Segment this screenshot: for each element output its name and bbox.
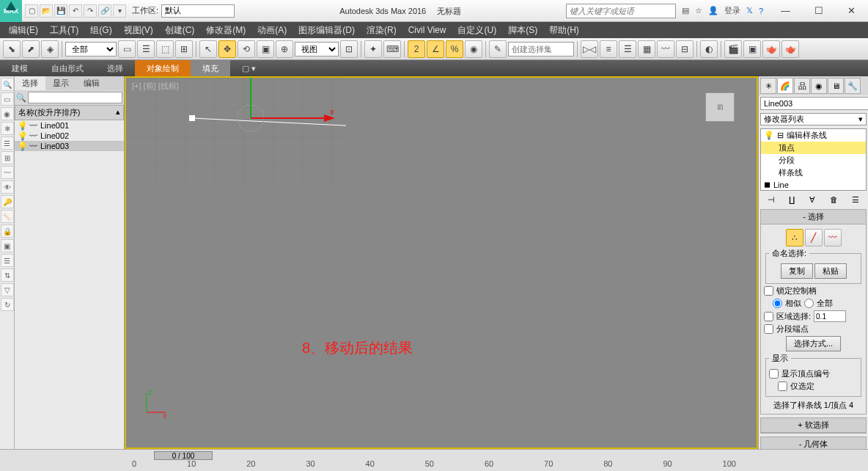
scene-search-input[interactable] bbox=[28, 92, 122, 103]
motion-tab-icon[interactable]: ◉ bbox=[811, 78, 827, 94]
ribbon-tab-modeling[interactable]: 建模 bbox=[0, 60, 40, 76]
lstrip-hide-icon[interactable]: 👁 bbox=[1, 180, 14, 194]
configure-icon[interactable]: ☰ bbox=[852, 195, 859, 205]
viewport-front[interactable]: x [+] [前] [线框] 8、移动后的结果 前 z x bbox=[125, 76, 758, 449]
modifier-list-combo[interactable]: 修改器列表▾ bbox=[760, 113, 867, 125]
scene-tab-edit[interactable]: 编辑 bbox=[76, 76, 107, 90]
minus-icon[interactable]: ⊟ bbox=[777, 131, 784, 140]
minimize-button[interactable]: — bbox=[769, 1, 802, 21]
lstrip-filter-icon[interactable]: ▽ bbox=[1, 283, 14, 296]
link-icon[interactable]: 🔗 bbox=[98, 4, 111, 18]
spline-level-icon[interactable]: 〰 bbox=[824, 229, 842, 247]
ribbon-tab-objpaint[interactable]: 对象绘制 bbox=[135, 60, 191, 76]
soft-sel-header[interactable]: + 软选择 bbox=[761, 418, 866, 433]
placement-tool-icon[interactable]: ⊕ bbox=[276, 40, 293, 58]
remove-mod-icon[interactable]: 🗑 bbox=[830, 195, 838, 205]
stack-vertex[interactable]: 顶点 bbox=[761, 142, 866, 154]
object-name-input[interactable] bbox=[760, 97, 868, 110]
menu-script[interactable]: 脚本(S) bbox=[502, 24, 543, 37]
select-region-icon[interactable]: ⬚ bbox=[156, 40, 174, 58]
menu-edit[interactable]: 编辑(E) bbox=[3, 24, 44, 37]
lstrip-bone-icon[interactable]: 🦴 bbox=[1, 210, 14, 223]
scene-item-line002[interactable]: 💡〰Line002 bbox=[15, 131, 124, 141]
lstrip-layer-icon[interactable]: ☰ bbox=[1, 136, 14, 150]
window-crossing-icon[interactable]: ⊞ bbox=[175, 40, 193, 58]
login-link[interactable]: 登录 bbox=[724, 5, 740, 16]
move-tool-icon[interactable]: ✥ bbox=[218, 40, 236, 58]
lstrip-freeze-icon[interactable]: ❄ bbox=[1, 122, 14, 135]
maximize-button[interactable]: ☐ bbox=[802, 1, 835, 21]
render-icon[interactable]: 🫖 bbox=[762, 40, 780, 58]
lstrip-lock-icon[interactable]: 🔒 bbox=[1, 224, 14, 238]
visibility-icon[interactable]: 💡 bbox=[18, 121, 26, 130]
open-icon[interactable]: 📂 bbox=[40, 4, 53, 18]
curve-editor-icon[interactable]: 〰 bbox=[657, 40, 674, 58]
snap-percent-icon[interactable]: % bbox=[446, 40, 463, 58]
unlink-tool-icon[interactable]: ⬈ bbox=[22, 40, 40, 58]
align-icon[interactable]: ≡ bbox=[600, 40, 617, 58]
copy-button[interactable]: 复制 bbox=[781, 263, 813, 279]
edit-selset-icon[interactable]: ✎ bbox=[489, 40, 507, 58]
time-slider[interactable]: 0 / 100 0 10 20 30 40 50 60 70 80 90 100 bbox=[0, 449, 868, 471]
select-object-icon[interactable]: ▭ bbox=[118, 40, 136, 58]
manipulate-icon[interactable]: ✦ bbox=[364, 40, 382, 58]
make-unique-icon[interactable]: ∀ bbox=[809, 195, 815, 205]
viewport-label[interactable]: [+] [前] [线框] bbox=[132, 81, 179, 92]
user-icon[interactable]: 👤 bbox=[708, 6, 718, 15]
select-by-button[interactable]: 选择方式... bbox=[786, 336, 841, 351]
area-value-spinner[interactable] bbox=[814, 310, 846, 322]
menu-group[interactable]: 组(G) bbox=[84, 24, 117, 37]
mirror-icon[interactable]: ▷◁ bbox=[581, 40, 598, 58]
similar-radio[interactable] bbox=[773, 299, 782, 308]
snap-2d-icon[interactable]: 2 bbox=[408, 40, 425, 58]
render-prod-icon[interactable]: 🫖 bbox=[781, 40, 799, 58]
scale-tool-icon[interactable]: ▣ bbox=[257, 40, 274, 58]
hierarchy-tab-icon[interactable]: 品 bbox=[794, 78, 810, 94]
lstrip-display-icon[interactable]: ◉ bbox=[1, 107, 14, 120]
star-icon[interactable]: ☆ bbox=[695, 6, 702, 15]
lstrip-key-icon[interactable]: 🔑 bbox=[1, 195, 14, 208]
viewcube[interactable]: 前 bbox=[705, 92, 735, 122]
select-name-icon[interactable]: ☰ bbox=[137, 40, 155, 58]
menu-modifiers[interactable]: 修改器(M) bbox=[200, 24, 251, 37]
redo-icon[interactable]: ↷ bbox=[84, 4, 97, 18]
ribbon-tab-select[interactable]: 选择 bbox=[95, 60, 135, 76]
snap-angle-icon[interactable]: ∠ bbox=[427, 40, 444, 58]
link-tool-icon[interactable]: ⬊ bbox=[3, 40, 21, 58]
stack-edit-spline[interactable]: 💡⊟编辑样条线 bbox=[761, 129, 866, 142]
layer-explorer-icon[interactable]: ▦ bbox=[638, 40, 655, 58]
menu-help[interactable]: 帮助(H) bbox=[543, 24, 585, 37]
utilities-tab-icon[interactable]: 🔧 bbox=[845, 78, 861, 94]
lstrip-search-icon[interactable]: 🔍 bbox=[1, 78, 14, 91]
app-logo[interactable]: MAX bbox=[0, 0, 22, 22]
stack-base-line[interactable]: ◼Line bbox=[761, 179, 866, 190]
save-icon[interactable]: 💾 bbox=[54, 4, 67, 18]
ribbon-tab-freeform[interactable]: 自由形式 bbox=[40, 60, 95, 76]
visibility-icon[interactable]: 💡 bbox=[18, 142, 26, 150]
visibility-icon[interactable]: 💡 bbox=[18, 131, 26, 140]
scene-item-line001[interactable]: 💡〰Line001 bbox=[15, 120, 124, 131]
selected-only-checkbox[interactable] bbox=[778, 381, 787, 391]
infocenter-icon[interactable]: ▤ bbox=[682, 6, 689, 15]
spinner-snap-icon[interactable]: ◉ bbox=[465, 40, 482, 58]
dropdown-icon[interactable]: ▾ bbox=[113, 4, 126, 18]
all-radio[interactable] bbox=[804, 299, 814, 308]
stack-segment[interactable]: 分段 bbox=[761, 154, 866, 167]
lock-handles-checkbox[interactable] bbox=[764, 286, 773, 296]
pin-stack-icon[interactable]: ⊣ bbox=[768, 195, 775, 205]
render-setup-icon[interactable]: 🎬 bbox=[724, 40, 742, 58]
bind-tool-icon[interactable]: ◈ bbox=[41, 40, 59, 58]
geometry-header[interactable]: - 几何体 bbox=[761, 437, 866, 449]
rotate-tool-icon[interactable]: ⟲ bbox=[238, 40, 255, 58]
lstrip-list-icon[interactable]: ☰ bbox=[1, 254, 14, 267]
undo-icon[interactable]: ↶ bbox=[69, 4, 82, 18]
menu-civil[interactable]: Civil View bbox=[402, 25, 452, 35]
ribbon-tab-populate[interactable]: 填充 bbox=[191, 60, 230, 76]
menu-graph[interactable]: 图形编辑器(D) bbox=[293, 24, 361, 37]
schematic-icon[interactable]: ⊟ bbox=[676, 40, 694, 58]
lstrip-select-icon[interactable]: ▭ bbox=[1, 92, 14, 106]
lstrip-refresh-icon[interactable]: ↻ bbox=[1, 298, 14, 311]
segend-checkbox[interactable] bbox=[764, 324, 773, 334]
scene-item-line003[interactable]: 💡〰Line003 bbox=[15, 141, 124, 151]
modify-tab-icon[interactable]: 🌈 bbox=[777, 78, 793, 94]
